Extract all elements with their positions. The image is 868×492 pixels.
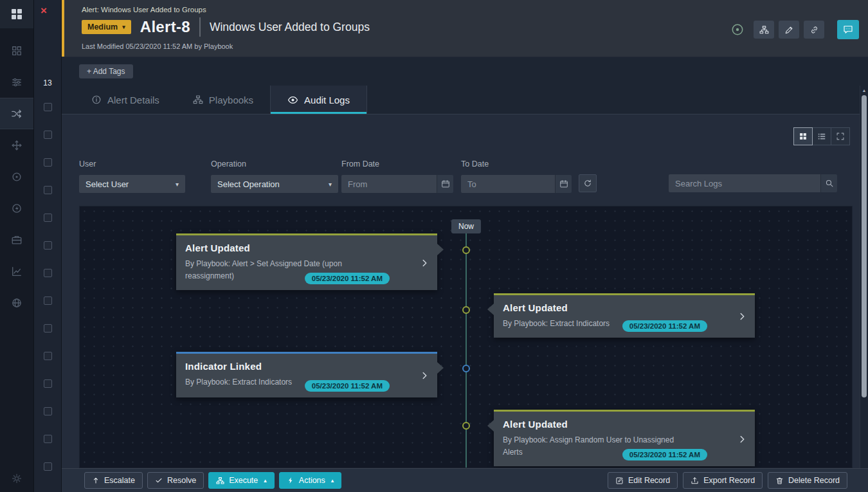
scrollbar-thumb[interactable] <box>862 95 867 397</box>
close-panel-button[interactable]: × <box>41 5 47 16</box>
records-list-column: × 13 <box>34 0 62 492</box>
dashboard-icon[interactable] <box>0 35 33 66</box>
check-icon <box>155 477 163 484</box>
run-playbook-button[interactable] <box>754 21 774 39</box>
to-date-calendar-button[interactable] <box>555 175 572 193</box>
record-checkbox[interactable] <box>44 407 52 415</box>
caret-down-icon: ▾ <box>176 181 179 188</box>
user-select[interactable]: Select User ▾ <box>79 175 185 193</box>
audit-event-title: Indicator Linked <box>185 361 428 372</box>
record-checkbox[interactable] <box>44 462 52 471</box>
chevron-right-icon[interactable] <box>737 311 747 322</box>
record-checkbox[interactable] <box>44 131 52 139</box>
record-actions-right: Edit Record Export Record Delete Record <box>602 472 847 489</box>
search-logs-group <box>669 174 837 192</box>
escalate-button[interactable]: Escalate <box>84 472 143 489</box>
record-checkbox[interactable] <box>44 103 52 111</box>
audit-event-timestamp: 05/23/2020 11:52 AM <box>622 449 707 460</box>
to-date-input[interactable] <box>461 175 555 193</box>
alert-title: Windows User Added to Groups <box>210 21 370 34</box>
tabs-bar: Alert Details Playbooks Audit Logs <box>62 86 868 114</box>
record-checkbox[interactable] <box>44 186 52 194</box>
move-icon[interactable] <box>0 129 33 161</box>
chart-icon[interactable] <box>0 255 33 287</box>
tab-alert-details[interactable]: Alert Details <box>75 86 176 114</box>
comment-icon <box>843 24 853 35</box>
tune-sliders-icon[interactable] <box>0 66 33 98</box>
title-divider <box>199 17 201 37</box>
execute-button[interactable]: Execute ▴ <box>208 472 275 489</box>
edit-square-icon <box>615 477 624 485</box>
list-view-button[interactable] <box>812 127 831 145</box>
comments-button[interactable] <box>837 20 859 39</box>
chevron-right-icon[interactable] <box>737 433 747 445</box>
app-logo-grid-icon <box>12 9 22 19</box>
tab-audit-logs[interactable]: Audit Logs <box>270 86 367 114</box>
record-checkbox[interactable] <box>44 241 52 250</box>
from-date-input[interactable] <box>341 175 437 193</box>
incident-pulse-icon[interactable] <box>0 192 33 224</box>
actions-button[interactable]: Actions ▴ <box>279 472 342 489</box>
audit-event-timestamp: 05/23/2020 11:52 AM <box>305 273 390 284</box>
search-logs-input[interactable] <box>669 174 820 192</box>
pencil-icon <box>784 25 794 35</box>
record-checkbox[interactable] <box>44 296 52 305</box>
nav-sidebar <box>0 0 34 492</box>
record-checkbox[interactable] <box>44 269 52 277</box>
edit-record-button[interactable]: Edit Record <box>608 472 678 489</box>
search-icon <box>825 179 834 188</box>
settings-gear-icon[interactable] <box>11 473 23 484</box>
link-icon <box>809 25 819 35</box>
delete-record-button[interactable]: Delete Record <box>768 472 847 489</box>
from-date-calendar-button[interactable] <box>437 175 453 193</box>
alert-detail-panel: Alert: Windows User Added to Groups Medi… <box>62 0 868 492</box>
audit-event-timestamp: 05/23/2020 11:52 AM <box>622 320 707 332</box>
refresh-button[interactable] <box>579 174 597 192</box>
severity-label: Medium <box>87 23 118 32</box>
operation-select[interactable]: Select Operation ▾ <box>211 175 338 193</box>
audit-event-card[interactable]: Alert Updated By Playbook: Alert > Set A… <box>176 233 437 290</box>
arrow-up-icon <box>92 477 100 484</box>
export-icon <box>691 477 699 485</box>
add-tags-button[interactable]: + Add Tags <box>79 64 133 78</box>
filters-bar: User Select User ▾ Operation Select Oper… <box>79 159 597 193</box>
audit-event-card[interactable]: Alert Updated By Playbook: Assign Random… <box>494 410 755 466</box>
record-checkbox[interactable] <box>44 379 52 388</box>
audit-event-card[interactable]: Alert Updated By Playbook: Extract Indic… <box>494 293 755 338</box>
record-checkbox[interactable] <box>44 435 52 443</box>
record-checkbox[interactable] <box>44 352 52 360</box>
audit-event-title: Alert Updated <box>503 419 746 430</box>
vertical-scrollbar[interactable]: ▲ <box>860 86 868 468</box>
app-logo[interactable] <box>0 0 33 28</box>
eye-icon <box>287 95 298 105</box>
globe-icon[interactable] <box>0 287 33 318</box>
view-toggle-group <box>794 127 850 145</box>
scroll-up-arrow[interactable]: ▲ <box>862 88 867 93</box>
fullscreen-button[interactable] <box>831 127 850 145</box>
target-icon[interactable] <box>0 161 33 192</box>
link-record-button[interactable] <box>804 21 824 39</box>
timeline-node <box>462 422 470 430</box>
caret-down-icon: ▾ <box>122 24 125 30</box>
export-record-button[interactable]: Export Record <box>683 472 763 489</box>
grid-view-button[interactable] <box>793 127 813 145</box>
assignee-icon[interactable] <box>730 23 745 37</box>
record-checkbox-column <box>34 103 61 471</box>
shuffle-icon[interactable] <box>0 98 33 129</box>
audit-event-card[interactable]: Indicator Linked By Playbook: Extract In… <box>176 352 437 397</box>
alert-id: Alert-8 <box>140 18 190 36</box>
chevron-right-icon[interactable] <box>420 257 429 269</box>
tab-playbooks[interactable]: Playbooks <box>176 86 270 114</box>
chevron-right-icon[interactable] <box>420 370 429 381</box>
calendar-icon <box>441 179 450 188</box>
briefcase-icon[interactable] <box>0 224 33 255</box>
search-button[interactable] <box>820 174 837 192</box>
severity-dropdown[interactable]: Medium ▾ <box>82 20 131 34</box>
playbook-icon <box>216 477 224 485</box>
edit-alert-button[interactable] <box>779 21 799 39</box>
record-checkbox[interactable] <box>44 324 52 333</box>
record-checkbox[interactable] <box>44 158 52 167</box>
record-checkbox[interactable] <box>44 214 52 222</box>
resolve-button[interactable]: Resolve <box>147 472 204 489</box>
from-date-label: From Date <box>341 159 453 169</box>
